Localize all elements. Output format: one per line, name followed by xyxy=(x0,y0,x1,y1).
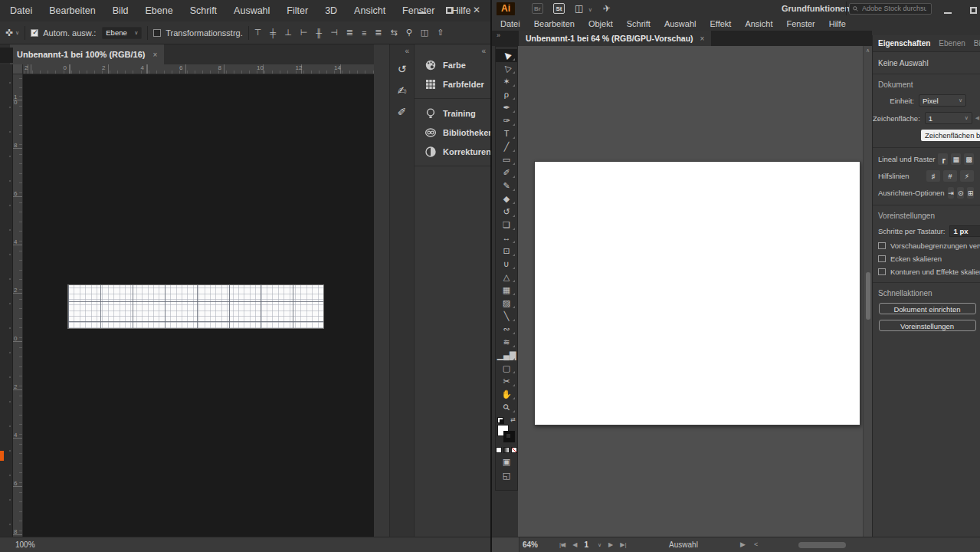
menu-item[interactable]: Bild xyxy=(104,5,137,16)
snap-to-pixel-icon[interactable]: ⊞ xyxy=(967,187,974,199)
menu-item[interactable]: Auswahl xyxy=(225,5,278,16)
move-tool-icon[interactable]: ✜ xyxy=(5,28,13,38)
scale-tool[interactable]: ❏ xyxy=(496,219,517,232)
brushes-panel-icon[interactable]: ✐ xyxy=(398,106,407,118)
align-bottom-edges-icon[interactable]: ⊥ xyxy=(284,28,292,38)
panel-item-farbfelder[interactable]: Farbfelder xyxy=(415,74,490,94)
share-icon[interactable]: ✈ xyxy=(602,2,611,14)
menu-item[interactable]: Bearbeiten xyxy=(527,19,582,28)
checkbox[interactable] xyxy=(878,268,886,275)
vertical-scrollbar[interactable]: ∧ xyxy=(863,46,872,537)
workspace-switcher-icon[interactable]: ◫ xyxy=(421,28,428,38)
chevron-down-icon[interactable]: ∨ xyxy=(598,542,601,548)
pen-tool[interactable]: ✒ xyxy=(496,101,517,114)
curvature-tool[interactable]: ✑ xyxy=(496,114,517,127)
type-tool[interactable]: T xyxy=(496,127,517,140)
minimize-button[interactable] xyxy=(418,3,426,17)
history-panel-icon[interactable]: ↺ xyxy=(398,63,407,75)
artboard-number[interactable]: 1 xyxy=(584,540,588,549)
column-graph-tool[interactable]: ▁▄▇ xyxy=(496,349,517,362)
keyboard-increment-input[interactable]: 1 px xyxy=(949,225,980,237)
line-segment-tool[interactable]: ╱ xyxy=(496,140,517,153)
snap-to-point-icon[interactable]: ⊙ xyxy=(957,187,964,199)
panel-item-farbe[interactable]: Farbe xyxy=(415,55,490,74)
artboard-dropdown[interactable]: 1 ∨ xyxy=(925,112,972,124)
zoom-control[interactable]: 64% ∨ xyxy=(523,540,565,549)
close-tab-icon[interactable]: × xyxy=(700,34,705,43)
photoshop-toolbox-edge[interactable] xyxy=(0,64,13,537)
adobe-stock-icon[interactable]: St xyxy=(553,3,565,14)
align-right-edges-icon[interactable]: ⊣ xyxy=(330,28,338,38)
distribute-top-icon[interactable]: ≣ xyxy=(346,28,353,38)
drawing-modes-button[interactable]: ▣ xyxy=(503,457,510,467)
none-button[interactable] xyxy=(511,447,517,453)
transform-controls-checkbox[interactable] xyxy=(153,29,161,37)
maximize-button[interactable] xyxy=(446,3,453,17)
menu-item[interactable]: Schrift xyxy=(620,19,657,28)
scrollbar-thumb[interactable] xyxy=(866,272,870,320)
tab-ebenen[interactable]: Ebenen xyxy=(939,39,965,48)
search-icon[interactable]: ⚲ xyxy=(406,28,412,38)
menu-item[interactable]: Filter xyxy=(278,5,316,16)
menu-item[interactable]: 3D xyxy=(316,5,346,16)
collapse-dock-icon[interactable]: « xyxy=(415,44,490,55)
free-transform-tool[interactable]: ⊡ xyxy=(496,245,517,258)
artboard[interactable] xyxy=(534,161,860,426)
paintbrush-tool[interactable]: ✐ xyxy=(496,166,517,179)
default-fill-stroke-icon[interactable] xyxy=(497,417,503,423)
menu-item[interactable]: Ansicht xyxy=(346,5,394,16)
distribute-vertical-center-icon[interactable]: ≡ xyxy=(362,28,366,38)
show-grid-icon[interactable]: ▦ xyxy=(951,153,961,165)
hand-tool[interactable]: ✋ xyxy=(496,388,517,401)
collapse-panels-icon[interactable]: « xyxy=(390,44,414,55)
share-icon[interactable]: ⇧ xyxy=(437,28,444,38)
quick-action-button[interactable]: Voreinstellungen xyxy=(879,320,976,331)
minimize-button[interactable] xyxy=(944,3,952,17)
auto-select-checkbox[interactable] xyxy=(31,29,38,37)
panel-item-korrekturen[interactable]: Korrekturen xyxy=(415,142,490,161)
zoom-level[interactable]: 100% xyxy=(15,540,35,549)
checkbox[interactable] xyxy=(878,242,886,249)
swap-fill-stroke-icon[interactable]: ⇄ xyxy=(510,417,516,423)
lasso-tool[interactable]: ρ xyxy=(496,88,517,101)
document-tab[interactable]: Unbenannt-1 bei 100% (RGB/16) × xyxy=(10,44,164,64)
artboard-tool[interactable]: ▢ xyxy=(496,362,517,375)
selection-tool[interactable]: ▶ xyxy=(496,49,517,62)
show-rulers-icon[interactable]: ┏ xyxy=(938,153,948,165)
menu-item[interactable]: Datei xyxy=(2,5,41,16)
align-vertical-centers-icon[interactable]: ╪ xyxy=(270,28,276,38)
close-button[interactable]: ✕ xyxy=(473,6,480,14)
align-top-edges-icon[interactable]: ⊤ xyxy=(254,28,262,38)
eyedropper-tool[interactable]: ╲ xyxy=(496,310,517,323)
photoshop-canvas[interactable] xyxy=(23,74,374,537)
scroll-up-icon[interactable]: ∧ xyxy=(864,48,872,54)
menu-item[interactable]: Ansicht xyxy=(738,19,779,28)
zoom-tool[interactable]: ⚲ xyxy=(496,401,517,414)
distribute-spacing-icon[interactable]: ⇆ xyxy=(391,28,398,38)
mesh-tool[interactable]: ▦ xyxy=(496,284,517,297)
menu-item[interactable]: Fenster xyxy=(779,19,821,28)
direct-selection-tool[interactable]: ▷ xyxy=(496,62,517,75)
show-guides-icon[interactable]: ♯ xyxy=(926,170,940,182)
checkbox[interactable] xyxy=(878,255,886,262)
eraser-tool[interactable]: ◆ xyxy=(496,192,517,205)
menu-item[interactable]: Hilfe xyxy=(822,19,853,28)
align-left-edges-icon[interactable]: ⊢ xyxy=(300,28,308,38)
unit-dropdown[interactable]: Pixel ∨ xyxy=(919,94,966,107)
shaper-tool[interactable]: ✎ xyxy=(496,179,517,192)
snap-to-grid-icon[interactable]: ⇥ xyxy=(948,187,955,199)
show-transparency-grid-icon[interactable]: ▩ xyxy=(964,153,974,165)
panel-item-bibliotheken[interactable]: Bibliotheken xyxy=(415,123,490,142)
close-tab-icon[interactable]: × xyxy=(152,51,157,59)
align-horizontal-centers-icon[interactable]: ╫ xyxy=(316,28,322,38)
search-input[interactable] xyxy=(860,4,928,13)
lock-guides-icon[interactable]: # xyxy=(943,170,957,182)
rectangle-tool[interactable]: ▭ xyxy=(496,153,517,166)
first-artboard-icon[interactable]: |◀ xyxy=(559,541,565,548)
panel-item-training[interactable]: Training xyxy=(415,104,490,123)
auto-select-dropdown[interactable]: Ebene ∨ xyxy=(102,27,142,39)
menu-item[interactable]: Auswahl xyxy=(657,19,703,28)
status-back-arrow-icon[interactable]: < xyxy=(754,540,758,548)
maximize-button[interactable] xyxy=(970,3,977,17)
gradient-tool[interactable]: ▨ xyxy=(496,297,517,310)
